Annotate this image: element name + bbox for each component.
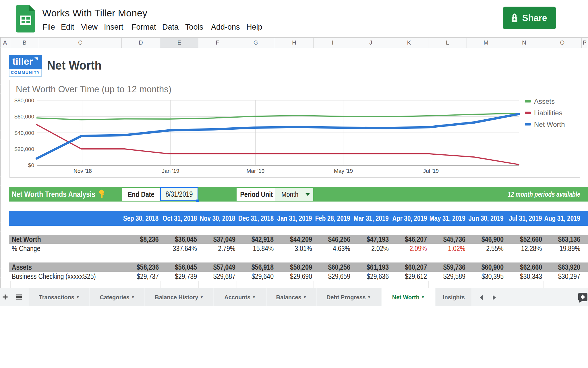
svg-text:Assets: Assets [534,97,555,105]
svg-text:$40,000: $40,000 [14,130,34,136]
svg-text:Mar '19: Mar '19 [247,168,265,174]
svg-text:Liabilities: Liabilities [534,109,562,117]
svg-text:Nov '18: Nov '18 [74,168,92,174]
svg-text:$60,000: $60,000 [14,114,34,120]
svg-text:$0: $0 [28,162,34,168]
svg-text:May '19: May '19 [334,168,353,174]
svg-text:$80,000: $80,000 [14,97,34,103]
svg-text:Jan '19: Jan '19 [162,168,179,174]
svg-text:Net Worth: Net Worth [534,120,565,128]
svg-text:$20,000: $20,000 [14,146,34,152]
svg-text:Jul '19: Jul '19 [423,168,439,174]
